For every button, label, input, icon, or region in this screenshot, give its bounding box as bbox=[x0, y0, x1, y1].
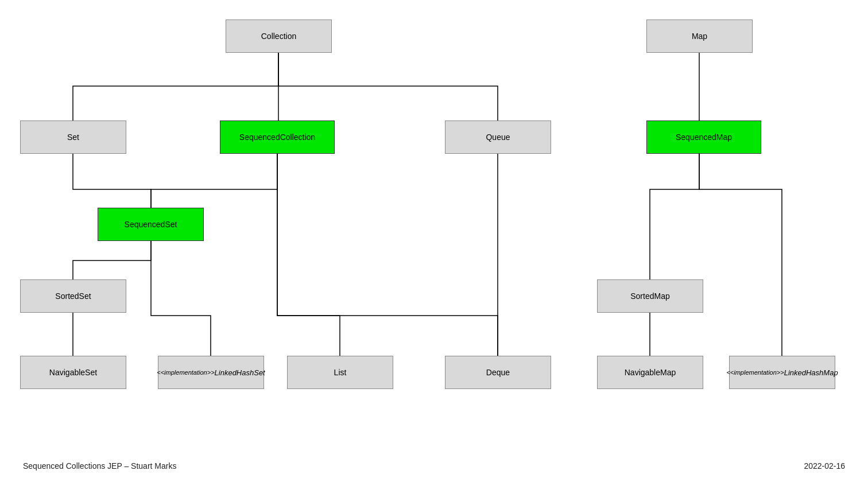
node-linked-hash-map: <<implementation>> LinkedHashMap bbox=[729, 356, 835, 389]
node-sorted-set: SortedSet bbox=[20, 279, 126, 313]
node-navigable-map: NavigableMap bbox=[597, 356, 703, 389]
node-sorted-map: SortedMap bbox=[597, 279, 703, 313]
node-sequenced-map: SequencedMap bbox=[646, 120, 761, 154]
node-map: Map bbox=[646, 20, 753, 53]
footer-left: Sequenced Collections JEP – Stuart Marks bbox=[23, 461, 176, 471]
node-set: Set bbox=[20, 120, 126, 154]
footer-right: 2022-02-16 bbox=[804, 461, 845, 471]
node-list: List bbox=[287, 356, 393, 389]
node-sequenced-set: SequencedSet bbox=[98, 208, 204, 241]
diagram: Collection Map Set SequencedCollection Q… bbox=[0, 0, 868, 459]
node-collection: Collection bbox=[226, 20, 332, 53]
node-linked-hash-set: <<implementation>> LinkedHashSet bbox=[158, 356, 264, 389]
node-deque: Deque bbox=[445, 356, 551, 389]
node-navigable-set: NavigableSet bbox=[20, 356, 126, 389]
node-sequenced-collection: SequencedCollection bbox=[220, 120, 335, 154]
node-queue: Queue bbox=[445, 120, 551, 154]
